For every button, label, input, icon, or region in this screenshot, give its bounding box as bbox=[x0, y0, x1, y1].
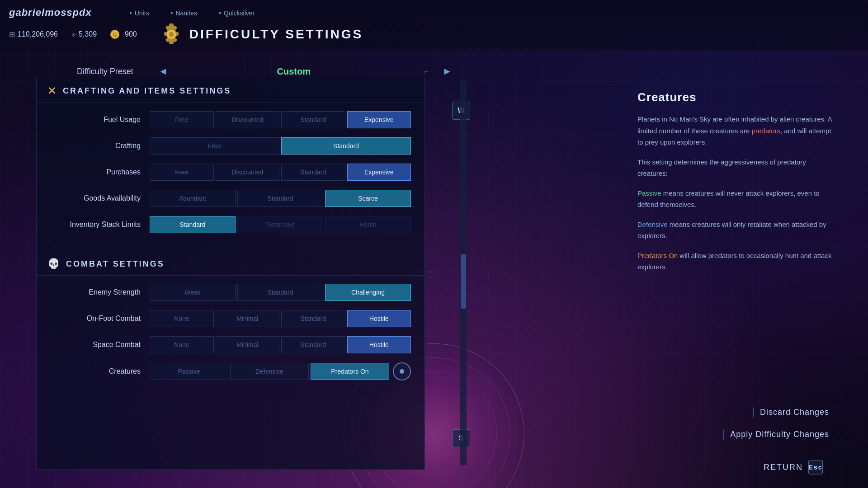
purchases-options: Free Discounted Standard Expensive bbox=[150, 164, 411, 181]
combat-section-header: 💀 COMBAT SETTINGS bbox=[37, 251, 425, 276]
units-value: 110,206,096 bbox=[18, 30, 58, 38]
return-label: RETURN bbox=[764, 463, 803, 472]
title-section: DIFFICULTY SETTINGS bbox=[160, 23, 363, 46]
scroll-thumb bbox=[461, 254, 466, 309]
goods-abundant-btn[interactable]: Abundant bbox=[150, 190, 236, 207]
enemy-strength-label: Enemy Strength bbox=[50, 288, 150, 296]
fuel-expensive-btn[interactable]: Expensive bbox=[347, 111, 411, 128]
preset-arrow-right[interactable]: ► bbox=[442, 66, 452, 77]
crafting-section-title: CRAFTING AND ITEMS SETTINGS bbox=[63, 86, 231, 96]
inventory-stack-label: Inventory Stack Limits bbox=[50, 221, 150, 229]
scrollbar[interactable] bbox=[460, 81, 467, 465]
onfoot-minimal-btn[interactable]: Minimal bbox=[216, 310, 280, 327]
creatures-options: Passive Defensive Predators On bbox=[150, 363, 389, 380]
gear-icon bbox=[160, 23, 183, 46]
enemy-strength-options: Weak Standard Challenging bbox=[150, 284, 411, 301]
creatures-predators-btn[interactable]: Predators On bbox=[311, 363, 389, 380]
nanites-icon: ⟐ bbox=[71, 30, 76, 38]
creatures-row: Creatures Passive Defensive Predators On bbox=[50, 358, 411, 385]
preset-expand-icon: ⌐ bbox=[424, 67, 429, 76]
space-standard-btn[interactable]: Standard bbox=[281, 336, 345, 353]
fuel-usage-row: Fuel Usage Free Discounted Standard Expe… bbox=[50, 107, 411, 133]
onfoot-hostile-btn[interactable]: Hostile bbox=[347, 310, 411, 327]
units-stat: ⊞ 110,206,096 bbox=[9, 30, 58, 39]
goods-scarce-btn[interactable]: Scarce bbox=[325, 190, 411, 207]
nanites-value: 5,309 bbox=[79, 30, 97, 38]
onfoot-standard-btn[interactable]: Standard bbox=[281, 310, 345, 327]
crafting-section-header: ✕ CRAFTING AND ITEMS SETTINGS bbox=[37, 77, 425, 103]
preset-bar: Difficulty Preset ◄ Custom ⌐ ► bbox=[68, 66, 461, 77]
highlight-predators: predators bbox=[752, 127, 780, 135]
creatures-defensive-btn[interactable]: Defensive bbox=[230, 363, 309, 380]
inventory-restricted-btn[interactable]: Restricted bbox=[237, 216, 323, 233]
purchases-standard-btn[interactable]: Standard bbox=[281, 164, 345, 181]
preset-arrow-left[interactable]: ◄ bbox=[158, 66, 168, 77]
top-hud: gabrielmosspdx Units Nanites Quicksilver… bbox=[0, 0, 868, 50]
inventory-stack-options: Standard Restricted Harsh bbox=[150, 216, 411, 233]
hud-inner: gabrielmosspdx Units Nanites Quicksilver bbox=[0, 0, 868, 20]
page-title: DIFFICULTY SETTINGS bbox=[189, 27, 363, 42]
purchases-free-btn[interactable]: Free bbox=[150, 164, 214, 181]
combat-icon: 💀 bbox=[47, 258, 60, 270]
creatures-passive-btn[interactable]: Passive bbox=[150, 363, 228, 380]
esc-key-box: Esc bbox=[808, 460, 823, 474]
info-text-1: Planets in No Man's Sky are often inhabi… bbox=[637, 113, 836, 148]
nanites-stat: ⟐ 5,309 bbox=[71, 30, 97, 38]
space-hostile-btn[interactable]: Hostile bbox=[347, 336, 411, 353]
highlight-passive: Passive bbox=[637, 189, 661, 197]
discard-changes-button[interactable]: Discard Changes bbox=[753, 404, 836, 421]
info-panel: Creatures Planets in No Man's Sky are of… bbox=[624, 77, 850, 470]
enemy-challenging-btn[interactable]: Challenging bbox=[325, 284, 411, 301]
fuel-usage-label: Fuel Usage bbox=[50, 116, 150, 124]
crafting-options: Free Standard bbox=[150, 137, 411, 155]
fuel-free-btn[interactable]: Free bbox=[150, 111, 214, 128]
purchases-discounted-btn[interactable]: Discounted bbox=[216, 164, 280, 181]
inventory-stack-row: Inventory Stack Limits Standard Restrict… bbox=[50, 211, 411, 238]
action-buttons: Discard Changes Apply Difficulty Changes bbox=[723, 404, 836, 443]
goods-standard-btn[interactable]: Standard bbox=[237, 190, 323, 207]
crafting-free-btn[interactable]: Free bbox=[150, 137, 279, 155]
quicksilver-value: 900 bbox=[125, 30, 137, 38]
nav-tab-units[interactable]: Units bbox=[119, 7, 160, 20]
purchases-expensive-btn[interactable]: Expensive bbox=[347, 164, 411, 181]
hud-line bbox=[0, 50, 868, 50]
combat-section-title: COMBAT SETTINGS bbox=[66, 259, 165, 269]
enemy-weak-btn[interactable]: Weak bbox=[150, 284, 236, 301]
goods-availability-label: Goods Availability bbox=[50, 194, 150, 202]
space-combat-label: Space Combat bbox=[50, 341, 150, 349]
info-text-4: Defensive means creatures will only reta… bbox=[637, 219, 836, 242]
fuel-discounted-btn[interactable]: Discounted bbox=[216, 111, 280, 128]
info-text-2: This setting determines the aggressivene… bbox=[637, 156, 836, 179]
circle-dot bbox=[400, 369, 404, 374]
fuel-standard-btn[interactable]: Standard bbox=[281, 111, 345, 128]
space-none-btn[interactable]: None bbox=[150, 336, 214, 353]
highlight-defensive: Defensive bbox=[637, 221, 668, 228]
quicksilver-icon: Q bbox=[110, 30, 119, 39]
inventory-harsh-btn[interactable]: Harsh bbox=[325, 216, 411, 233]
crafting-standard-btn[interactable]: Standard bbox=[281, 137, 411, 155]
crafting-label: Crafting bbox=[50, 142, 150, 150]
goods-availability-options: Abundant Standard Scarce bbox=[150, 190, 411, 207]
onfoot-none-btn[interactable]: None bbox=[150, 310, 214, 327]
username: gabrielmosspdx bbox=[9, 7, 92, 19]
crafting-icon: ✕ bbox=[47, 84, 57, 97]
space-combat-options: None Minimal Standard Hostile bbox=[150, 336, 411, 353]
nav-tab-nanites[interactable]: Nanites bbox=[160, 7, 208, 20]
nav-tab-quicksilver[interactable]: Quicksilver bbox=[208, 7, 265, 20]
units-icon: ⊞ bbox=[9, 30, 15, 39]
return-button[interactable]: RETURN Esc bbox=[764, 460, 823, 474]
currency-bar: Units Nanites Quicksilver bbox=[110, 5, 266, 20]
space-minimal-btn[interactable]: Minimal bbox=[216, 336, 280, 353]
info-title: Creatures bbox=[637, 90, 836, 104]
goods-availability-row: Goods Availability Abundant Standard Sca… bbox=[50, 185, 411, 211]
creatures-label: Creatures bbox=[50, 367, 150, 375]
apply-difficulty-button[interactable]: Apply Difficulty Changes bbox=[723, 426, 836, 443]
onfoot-combat-label: On-Foot Combat bbox=[50, 314, 150, 323]
inventory-standard-btn[interactable]: Standard bbox=[150, 216, 236, 233]
creatures-extra-option[interactable] bbox=[393, 362, 411, 380]
enemy-strength-row: Enemy Strength Weak Standard Challenging bbox=[50, 279, 411, 305]
highlight-predators-on: Predators On bbox=[637, 252, 678, 259]
onfoot-combat-options: None Minimal Standard Hostile bbox=[150, 310, 411, 327]
enemy-standard-btn[interactable]: Standard bbox=[237, 284, 323, 301]
purchases-row: Purchases Free Discounted Standard Expen… bbox=[50, 159, 411, 185]
